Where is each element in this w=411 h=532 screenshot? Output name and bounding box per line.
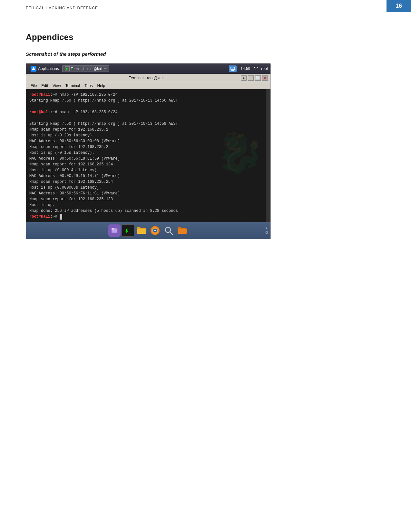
- terminal-line-9: Nmap scan report for 192.168.235.2: [29, 144, 267, 150]
- terminal-line-6: Nmap scan report for 192.168.235.1: [29, 127, 267, 133]
- terminal-line-19: Host is up.: [29, 202, 267, 208]
- svg-rect-2: [232, 70, 233, 70]
- terminal-line-18: Nmap scan report for 192.168.235.133: [29, 196, 267, 202]
- menu-edit[interactable]: Edit: [39, 83, 50, 89]
- terminal-small-icon: ▶: [65, 66, 70, 71]
- taskbar-terminal-label: Terminal - root@kali: ~: [71, 67, 107, 71]
- applications-menu[interactable]: Applications: [29, 65, 61, 72]
- terminal-title: Terminal - root@kali: ~: [129, 76, 168, 80]
- terminal-line-13: Host is up (0.00014s latency).: [29, 167, 267, 173]
- terminal-line-17: MAC Address: 00:50:56:F6:11:C1 (VMware): [29, 191, 267, 196]
- terminal-scrollbar[interactable]: [266, 89, 270, 222]
- terminal-line-1: root@kali:~# nmap -sP 192.168.235.0/24: [29, 92, 267, 98]
- dock-edge-g: G: [265, 231, 268, 235]
- svg-marker-0: [32, 67, 35, 70]
- terminal-output: 🐉 root@kali:~# nmap -sP 192.168.235.0/24…: [26, 89, 270, 222]
- page-number: 16: [387, 0, 411, 12]
- svg-rect-3: [231, 70, 234, 71]
- kali-icon: [31, 66, 36, 72]
- dock-icon-browser[interactable]: [149, 224, 161, 237]
- terminal-restore-btn[interactable]: ⬜: [255, 75, 261, 81]
- taskbar-time: 14:59: [240, 66, 250, 71]
- terminal-menubar: File Edit View Terminal Tabs Help: [26, 82, 270, 89]
- prompt-1: root@kali: [29, 93, 50, 97]
- terminal-line-blank2: [29, 115, 267, 121]
- terminal-line-5: Starting Nmap 7.50 ( https://nmap.org ) …: [29, 121, 267, 127]
- screenshot-caption: Screenshot of the steps performed: [26, 51, 385, 57]
- taskbar-terminal[interactable]: ▶ Terminal - root@kali: ~: [62, 65, 110, 72]
- terminal-line-blank1: [29, 103, 267, 109]
- prompt-2: root@kali: [29, 110, 50, 114]
- terminal-line-20: Nmap done: 256 IP addresses (5 hosts up)…: [29, 208, 267, 214]
- screenshot-container: Applications ▶ Terminal - root@kali: ~ 1…: [26, 63, 271, 239]
- terminal-line-12: Nmap scan report for 192.168.235.134: [29, 162, 267, 167]
- svg-rect-1: [231, 67, 235, 70]
- svg-point-9: [154, 230, 156, 231]
- terminal-minimize-btn[interactable]: —: [248, 75, 254, 81]
- dock-icon-files[interactable]: [108, 224, 121, 237]
- wifi-icon: [253, 66, 259, 72]
- kali-dock: $_: [26, 222, 270, 239]
- terminal-titlebar: Terminal - root@kali: ~ ▲ — ⬜ ✕: [26, 74, 270, 82]
- dock-icon-terminal[interactable]: $_: [122, 224, 134, 237]
- taskbar-user: root: [261, 66, 268, 71]
- terminal-window: Terminal - root@kali: ~ ▲ — ⬜ ✕ File Edi…: [26, 74, 270, 239]
- terminal-line-4: root@kali:~# nmap -sP 192.168.235.0/24: [29, 109, 267, 115]
- dock-icon-search[interactable]: [162, 224, 175, 237]
- kali-taskbar: Applications ▶ Terminal - root@kali: ~ 1…: [26, 64, 270, 74]
- terminal-line-7: Host is up (-0.20s latency).: [29, 133, 267, 138]
- svg-line-11: [170, 232, 172, 234]
- network-icon: [229, 65, 237, 72]
- terminal-line-2: Starting Nmap 7.50 ( https://nmap.org ) …: [29, 98, 267, 103]
- dock-icon-folder[interactable]: [135, 224, 148, 237]
- terminal-line-8: MAC Address: 00:50:56:C0:00:08 (VMware): [29, 138, 267, 144]
- terminal-line-11: MAC Address: 00:50:56:E8:CE:59 (VMware): [29, 156, 267, 162]
- terminal-line-10: Host is up (-0.15s latency).: [29, 150, 267, 156]
- svg-rect-5: [112, 228, 114, 230]
- prompt-final: root@kali: [29, 214, 50, 219]
- menu-help[interactable]: Help: [95, 83, 107, 89]
- dock-icon-filemanager[interactable]: [176, 224, 188, 237]
- menu-view[interactable]: View: [51, 83, 63, 89]
- menu-terminal[interactable]: Terminal: [64, 83, 82, 89]
- terminal-controls: ▲ — ⬜ ✕: [241, 75, 268, 81]
- menu-file[interactable]: File: [29, 83, 39, 89]
- page-header: ETHICAL HACKING AND DEFENCE: [26, 6, 98, 10]
- applications-label: Applications: [38, 66, 59, 71]
- terminal-line-16: Host is up (0.000068s latency).: [29, 185, 267, 191]
- terminal-line-final: root@kali:~#: [29, 214, 267, 220]
- dock-edge-a: A: [265, 226, 268, 230]
- terminal-up-btn[interactable]: ▲: [241, 75, 247, 81]
- menu-tabs[interactable]: Tabs: [83, 83, 94, 89]
- terminal-close-btn[interactable]: ✕: [262, 75, 268, 81]
- terminal-line-14: MAC Address: 00:0C:29:15:14:71 (VMware): [29, 173, 267, 179]
- dock-edge: A G: [265, 222, 268, 239]
- appendices-title: Appendices: [26, 32, 385, 42]
- terminal-line-15: Nmap scan report for 192.168.235.254: [29, 179, 267, 185]
